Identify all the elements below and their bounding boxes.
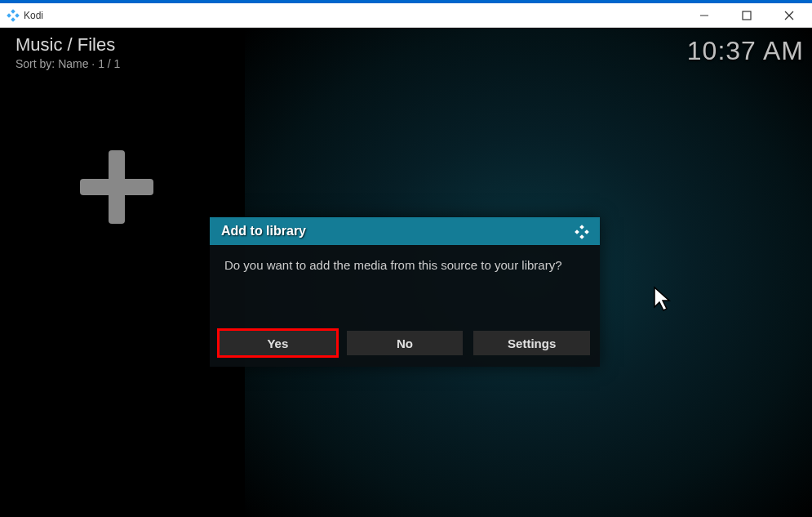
svg-rect-8 (579, 225, 584, 230)
header-area: Music / Files Sort by: Name · 1 / 1 (16, 34, 120, 70)
app-icon (7, 9, 20, 22)
svg-rect-2 (15, 13, 20, 18)
breadcrumb: Music / Files (16, 34, 120, 56)
svg-rect-0 (11, 9, 16, 14)
settings-button[interactable]: Settings (473, 331, 590, 355)
app-content: Music / Files Sort by: Name · 1 / 1 10:3… (0, 28, 812, 517)
svg-rect-11 (579, 234, 584, 239)
add-to-library-dialog: Add to library Do you want to add the me… (210, 217, 600, 367)
dialog-header: Add to library (210, 217, 600, 245)
add-source-icon[interactable] (80, 150, 153, 224)
clock: 10:37 AM (687, 36, 804, 66)
kodi-logo-icon (574, 224, 590, 243)
svg-rect-5 (743, 11, 751, 20)
no-button[interactable]: No (347, 331, 464, 355)
sort-info: Sort by: Name · 1 / 1 (16, 57, 120, 70)
dialog-title: Add to library (221, 224, 306, 238)
dialog-message: Do you want to add the media from this s… (224, 256, 585, 274)
close-button[interactable] (773, 6, 805, 25)
svg-rect-9 (575, 230, 579, 234)
svg-rect-3 (11, 17, 16, 22)
dialog-body: Do you want to add the media from this s… (210, 245, 600, 331)
window-title-bar: Kodi (0, 3, 812, 28)
maximize-button[interactable] (730, 6, 763, 25)
minimize-button[interactable] (688, 6, 721, 25)
svg-rect-10 (584, 230, 589, 234)
window-controls (688, 6, 805, 25)
yes-button[interactable]: Yes (220, 331, 336, 355)
dialog-button-row: Yes No Settings (210, 331, 600, 367)
svg-rect-1 (7, 13, 11, 18)
window-title: Kodi (24, 10, 688, 21)
